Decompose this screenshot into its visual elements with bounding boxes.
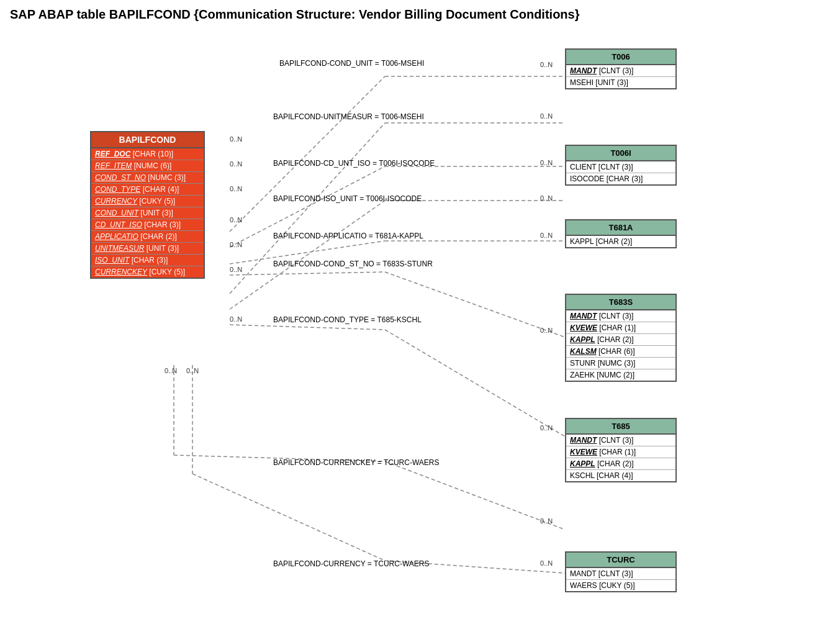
svg-line-6 (230, 201, 385, 309)
card-tcurc-2: 0..N (540, 559, 553, 567)
table-t683s-row-mandt: MANDT [CLNT (3)] (566, 310, 675, 322)
table-t681a-row-kappl: KAPPL [CHAR (2)] (566, 236, 675, 247)
table-t683s-row-kappl: KAPPL [CHAR (2)] (566, 334, 675, 346)
rel-label-1: BAPILFCOND-COND_UNIT = T006-MSEHI (279, 59, 424, 68)
entity-row: CURRENCKEY [CUKY (5)] (91, 266, 204, 278)
svg-line-16 (385, 461, 565, 530)
card-main-7: 0..N (165, 367, 177, 374)
table-tcurc-row-waers: WAERS [CUKY (5)] (566, 580, 675, 591)
card-t685-1: 0..N (540, 424, 553, 432)
rel-label-2: BAPILFCOND-UNITMEASUR = T006-MSEHI (273, 112, 424, 121)
entity-row: CD_UNT_ISO [CHAR (3)] (91, 219, 204, 231)
card-t006i-1: 0..N (540, 159, 553, 166)
table-t006: T006 MANDT [CLNT (3)] MSEHI [UNIT (3)] (565, 48, 677, 89)
rel-label-8: BAPILFCOND-CURRENCKEY = TCURC-WAERS (273, 458, 439, 467)
card-t006-2: 0..N (540, 112, 553, 120)
table-t681a-header: T681A (566, 220, 675, 236)
table-t683s-row-kalsm: KALSM [CHAR (6)] (566, 346, 675, 358)
table-t685-header: T685 (566, 419, 675, 435)
table-t006i-row-isocode: ISOCODE [CHAR (3)] (566, 173, 675, 184)
rel-label-3: BAPILFCOND-CD_UNT_ISO = T006I-ISOCODE (273, 159, 435, 168)
entity-row: ISO_UNIT [CHAR (3)] (91, 255, 204, 266)
rel-label-9: BAPILFCOND-CURRENCY = TCURC-WAERS (273, 559, 429, 568)
svg-line-10 (230, 272, 385, 275)
card-tcurc-1: 0..N (540, 517, 553, 525)
card-main-2: 0..N (230, 160, 242, 168)
entity-row: COND_UNIT [UNIT (3)] (91, 207, 204, 219)
card-main-5: 0..N (230, 241, 242, 248)
card-main-8: 0..N (186, 367, 199, 374)
entity-row: REF_ITEM [NUMC (6)] (91, 160, 204, 172)
card-main-6: 0..N (230, 266, 242, 273)
svg-line-0 (230, 76, 385, 232)
table-t006-header: T006 (566, 50, 675, 65)
card-t681a-1: 0..N (540, 232, 553, 239)
table-tcurc: TCURC MANDT [CLNT (3)] WAERS [CUKY (5)] (565, 551, 677, 592)
svg-line-12 (230, 325, 385, 330)
rel-label-4: BAPILFCOND-ISO_UNIT = T006I-ISOCODE (273, 194, 422, 203)
entity-row: APPLICATIO [CHAR (2)] (91, 231, 204, 243)
entity-row: COND_ST_NO [NUMC (3)] (91, 172, 204, 184)
card-main-4: 0..N (230, 216, 242, 224)
table-tcurc-header: TCURC (566, 553, 675, 568)
rel-label-6: BAPILFCOND-COND_ST_NO = T683S-STUNR (273, 260, 433, 268)
table-t683s-header: T683S (566, 295, 675, 310)
table-t006i-header: T006I (566, 146, 675, 161)
entity-row: REF_DOC [CHAR (10)] (91, 148, 204, 160)
table-t685-row-kappl: KAPPL [CHAR (2)] (566, 458, 675, 470)
table-tcurc-row-mandt: MANDT [CLNT (3)] (566, 568, 675, 580)
svg-line-11 (385, 272, 565, 337)
card-t006i-2: 0..N (540, 194, 553, 202)
card-main-3: 0..N (230, 185, 242, 192)
table-t006i: T006I CLIENT [CLNT (3)] ISOCODE [CHAR (3… (565, 145, 677, 186)
table-t685-row-kschl: KSCHL [CHAR (4)] (566, 470, 675, 481)
card-main-1: 0..N (230, 135, 242, 143)
entity-row: CURRENCY [CUKY (5)] (91, 196, 204, 207)
page-title: SAP ABAP table BAPILFCOND {Communication… (0, 0, 840, 27)
table-t006i-row-client: CLIENT [CLNT (3)] (566, 161, 675, 173)
rel-label-5: BAPILFCOND-APPLICATIO = T681A-KAPPL (273, 232, 423, 240)
card-main-9: 0..N (230, 315, 242, 323)
table-t683s-row-kvewe: KVEWE [CHAR (1)] (566, 322, 675, 334)
entity-header: BAPILFCOND (91, 132, 204, 148)
entity-row: COND_TYPE [CHAR (4)] (91, 184, 204, 196)
table-t685-row-kvewe: KVEWE [CHAR (1)] (566, 446, 675, 458)
rel-label-7: BAPILFCOND-COND_TYPE = T685-KSCHL (273, 315, 422, 324)
diagram-container: BAPILFCOND REF_DOC [CHAR (10)] REF_ITEM … (0, 27, 840, 635)
table-t683s: T683S MANDT [CLNT (3)] KVEWE [CHAR (1)] … (565, 294, 677, 382)
svg-line-18 (192, 474, 385, 561)
table-t685: T685 MANDT [CLNT (3)] KVEWE [CHAR (1)] K… (565, 418, 677, 482)
table-t685-row-mandt: MANDT [CLNT (3)] (566, 435, 675, 446)
main-entity-bapilfcond: BAPILFCOND REF_DOC [CHAR (10)] REF_ITEM … (90, 131, 205, 279)
table-t681a: T681A KAPPL [CHAR (2)] (565, 219, 677, 248)
table-t006-row-mandt: MANDT [CLNT (3)] (566, 65, 675, 77)
svg-line-13 (385, 330, 565, 436)
table-t006-row-msehi: MSEHI [UNIT (3)] (566, 77, 675, 88)
table-t683s-row-zaehk: ZAEHK [NUMC (2)] (566, 369, 675, 381)
card-t006-1: 0..N (540, 61, 553, 68)
table-t683s-row-stunr: STUNR [NUMC (3)] (566, 358, 675, 369)
card-t683s-1: 0..N (540, 327, 553, 334)
entity-row: UNITMEASUR [UNIT (3)] (91, 243, 204, 255)
